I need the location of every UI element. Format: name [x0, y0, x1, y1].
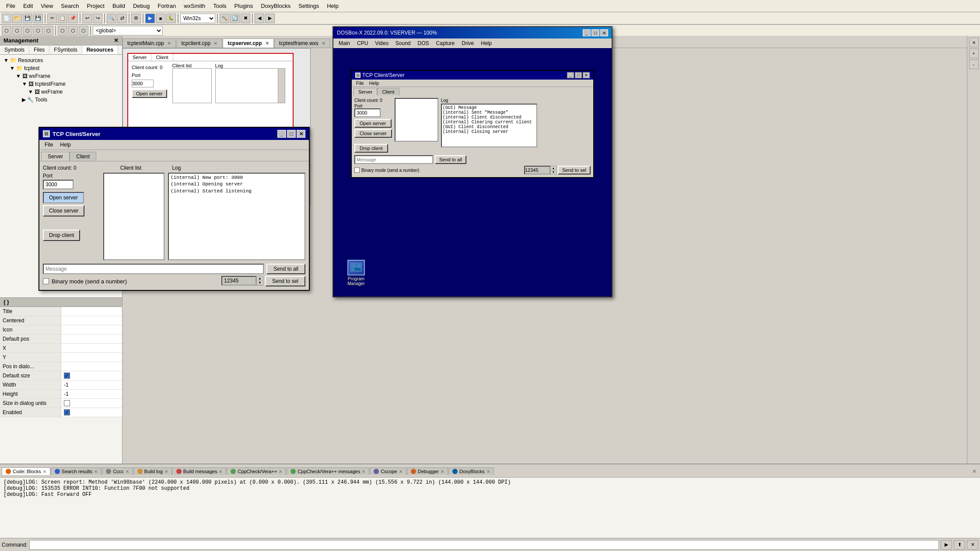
props-value-width[interactable]: -1: [61, 380, 122, 389]
close-debugger[interactable]: ✕: [441, 469, 444, 474]
tb-paste[interactable]: 📌: [68, 14, 78, 23]
sidebar-tab-fsymbols[interactable]: FSymbols: [49, 45, 82, 54]
tb-misc2[interactable]: ⬡: [12, 26, 22, 35]
bottom-tab-search[interactable]: Search results ✕: [51, 467, 102, 475]
sidebar-tab-symbols[interactable]: Symbols: [0, 45, 29, 54]
dosbox-minimize[interactable]: _: [583, 29, 591, 36]
dosbox-send-to-sel-btn[interactable]: Send to sel: [558, 166, 591, 174]
tcp-tab-client[interactable]: Client: [70, 152, 96, 161]
menu-tools[interactable]: Tools: [210, 2, 230, 10]
bottom-tab-codeblocks[interactable]: Code::Blocks ✕: [2, 467, 50, 475]
tcp-send-to-sel-btn[interactable]: Send to sel: [265, 276, 305, 286]
menu-help[interactable]: Help: [323, 2, 342, 10]
dosbox-open-server-btn[interactable]: Open server: [354, 119, 392, 128]
bottom-tab-cppcheck2[interactable]: CppCheck/Vera++ messages ✕: [287, 467, 369, 475]
dosbox-send-to-all-btn[interactable]: Send to all: [435, 155, 466, 164]
menu-edit[interactable]: Edit: [20, 2, 36, 10]
dosbox-msg-input[interactable]: [354, 155, 433, 164]
menu-plugins[interactable]: Plugins: [231, 2, 257, 10]
close-doxyblocks[interactable]: ✕: [486, 469, 490, 474]
tcp-client-listbox[interactable]: [103, 173, 164, 260]
sizedialunits-checkbox[interactable]: [64, 400, 70, 406]
tcp-menu-file[interactable]: File: [41, 141, 56, 149]
bottom-tab-cscope[interactable]: Cscope ✕: [370, 467, 406, 475]
tree-item-wxframe2[interactable]: ▼ 🖼 wxFrame: [26, 88, 120, 96]
menu-file[interactable]: File: [3, 2, 19, 10]
dosbox-close-server-btn[interactable]: Close server: [354, 129, 392, 138]
tb-save[interactable]: 💾: [23, 14, 32, 23]
tcp-binary-checkbox[interactable]: [43, 278, 49, 284]
tcp-dialog-close[interactable]: ✕: [297, 130, 305, 138]
tb-nav-back[interactable]: ◀: [255, 14, 264, 23]
tcp-port-input[interactable]: [43, 180, 74, 189]
tb-build[interactable]: 🔨: [220, 14, 229, 23]
design-tab-server[interactable]: Server: [128, 54, 151, 61]
dosbox-inner-close[interactable]: ✕: [583, 72, 590, 78]
props-value-enabled[interactable]: ✓: [61, 408, 122, 417]
dosbox-menu-video[interactable]: Video: [371, 39, 392, 47]
close-search[interactable]: ✕: [94, 469, 98, 474]
bottom-tab-buildmsg[interactable]: Build messages ✕: [172, 467, 227, 475]
dosbox-menu-capture[interactable]: Capture: [433, 39, 458, 47]
tb-run[interactable]: ▶: [145, 14, 155, 23]
win32s-combo[interactable]: Win32s: [180, 14, 215, 23]
program-manager-icon[interactable]: ProgramManager: [342, 260, 370, 286]
tcp-binary-value-input[interactable]: [221, 276, 256, 286]
tab-close-tcptestframe[interactable]: ✕: [322, 41, 326, 46]
design-tab-client[interactable]: Client: [151, 54, 173, 61]
menu-doxyblocks[interactable]: DoxyBlocks: [257, 2, 294, 10]
props-value-y[interactable]: [61, 353, 122, 362]
tab-close-tcpclient[interactable]: ✕: [214, 41, 217, 46]
tree-item-resources[interactable]: ▼ 📁 Resources: [2, 56, 120, 64]
dosbox-menu-cpu[interactable]: CPU: [354, 39, 371, 47]
menu-wxsmith[interactable]: wxSmith: [180, 2, 209, 10]
dosbox-binary-checkbox[interactable]: [354, 167, 360, 173]
tb-undo[interactable]: ↩: [82, 14, 92, 23]
spin-up-icon[interactable]: ▲: [257, 276, 263, 281]
design-port-input[interactable]: [132, 80, 154, 87]
tree-item-wxframe[interactable]: ▼ 🖼 wxFrame: [14, 72, 120, 80]
menu-search[interactable]: Search: [57, 2, 82, 10]
global-combo[interactable]: <global>: [93, 26, 163, 35]
close-codeblocks[interactable]: ✕: [43, 469, 46, 474]
tb-copy[interactable]: 📋: [58, 14, 67, 23]
tcp-open-server-btn[interactable]: Open server: [43, 192, 84, 203]
dosbox-menu-drive[interactable]: Drive: [458, 39, 477, 47]
dosbox-menu-help[interactable]: Help: [477, 39, 495, 47]
spin-down-icon[interactable]: ▼: [257, 281, 263, 285]
tcp-spinner[interactable]: ▲ ▼: [256, 276, 263, 286]
dosbox-spin-up[interactable]: ▲: [551, 166, 556, 171]
tab-tcptestmain[interactable]: tcptestMain.cpp ✕: [122, 38, 176, 48]
sidebar-tab-resources[interactable]: Resources: [82, 45, 118, 54]
tb-saveall[interactable]: 💾: [33, 14, 43, 23]
bottom-tab-debugger[interactable]: Debugger ✕: [407, 467, 448, 475]
cmd-btn-1[interactable]: ▶: [941, 540, 952, 550]
tab-tcpserver[interactable]: tcpserver.cpp ✕: [223, 38, 273, 48]
design-log-scroll[interactable]: [278, 69, 285, 103]
tb-misc7[interactable]: ⬡: [68, 26, 78, 35]
tb-replace[interactable]: ⇄: [117, 14, 127, 23]
tab-tcpclient[interactable]: tcpclient.cpp ✕: [176, 38, 222, 48]
sidebar-close-icon[interactable]: ✕: [114, 37, 119, 44]
props-value-x[interactable]: [61, 344, 122, 352]
props-value-centered[interactable]: [61, 316, 122, 325]
tree-item-tools[interactable]: ▶ 🔧 Tools: [20, 96, 120, 104]
tab-close-tcptestmain[interactable]: ✕: [167, 41, 171, 46]
close-cscope[interactable]: ✕: [399, 469, 402, 474]
props-value-posindialog[interactable]: [61, 362, 122, 371]
tb-new[interactable]: 📄: [2, 14, 11, 23]
tcp-dialog-maximize[interactable]: □: [287, 130, 296, 138]
menu-debug[interactable]: Debug: [130, 2, 153, 10]
command-input[interactable]: [29, 540, 939, 550]
bottom-tab-doxyblocks[interactable]: DoxyBlocks ✕: [448, 467, 494, 475]
props-value-sizedialunits[interactable]: [61, 399, 122, 408]
tcp-dialog-minimize[interactable]: _: [277, 130, 286, 138]
tb-misc6[interactable]: ⬡: [58, 26, 67, 35]
tb-stop[interactable]: ■: [156, 14, 165, 23]
dosbox-port-input[interactable]: [354, 108, 381, 117]
dosbox-binary-input[interactable]: [524, 166, 550, 174]
tb-misc1[interactable]: ⬡: [2, 26, 11, 35]
tb-abort[interactable]: ✖: [241, 14, 250, 23]
props-value-height[interactable]: -1: [61, 390, 122, 398]
dosbox-close[interactable]: ✕: [600, 29, 608, 36]
